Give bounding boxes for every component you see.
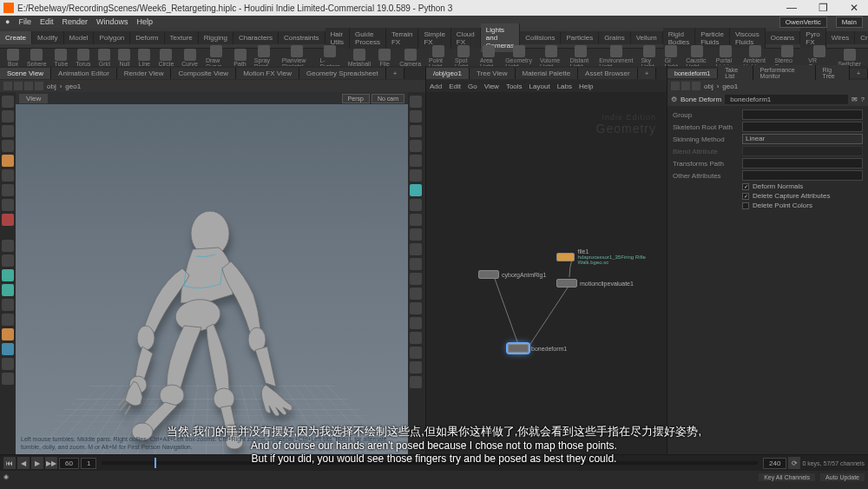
shelf-tab[interactable]: Polygon [94, 31, 130, 44]
tool-g[interactable] [2, 358, 14, 370]
path-geo[interactable]: geo1 [722, 83, 738, 90]
net-add[interactable]: Add [430, 83, 442, 90]
display-opt[interactable] [410, 155, 422, 167]
checkbox-delcapture[interactable]: ✓ [742, 193, 749, 200]
display-opt[interactable] [410, 125, 422, 137]
tab-add[interactable]: + [638, 68, 657, 79]
shelf-tab[interactable]: Characters [233, 31, 279, 44]
shelf-tab[interactable]: Rigging [199, 31, 233, 44]
field-transforms[interactable] [742, 158, 863, 169]
net-go[interactable]: Go [468, 83, 477, 90]
checkbox-deformnormals[interactable]: ✓ [742, 183, 749, 190]
display-opt[interactable] [410, 243, 422, 255]
tool-h[interactable] [2, 373, 14, 385]
net-view[interactable]: View [484, 83, 499, 90]
node-motionclip[interactable]: motionclipevaluate1 [556, 279, 634, 287]
scale-tool[interactable] [2, 140, 14, 152]
display-opt[interactable] [410, 302, 422, 314]
display-opt[interactable] [410, 258, 422, 270]
tool-metaball[interactable]: Metaball [345, 48, 374, 68]
timeline-slider[interactable] [102, 461, 758, 465]
end-field[interactable]: 240 [763, 458, 786, 469]
tab-netview[interactable]: /obj/geo1 [426, 68, 470, 79]
tool-box[interactable]: Box [3, 48, 23, 68]
tab-animeditor[interactable]: Animation Editor [51, 68, 117, 79]
shelf-tab[interactable]: Oceans [766, 31, 801, 44]
tab-matpalette[interactable]: Material Palette [516, 68, 579, 79]
tab-add[interactable]: + [850, 69, 868, 78]
tab-renderview[interactable]: Render View [117, 68, 172, 79]
tool-torus[interactable]: Torus [72, 48, 94, 68]
rotate-tool[interactable] [2, 125, 14, 137]
display-opt[interactable] [410, 376, 422, 388]
net-edit[interactable]: Edit [449, 83, 461, 90]
tool-sphere[interactable]: Sphere [23, 48, 50, 68]
checkbox-delpointcolors[interactable] [742, 202, 749, 209]
shelf-tab[interactable]: Grains [599, 31, 631, 44]
tab-compview[interactable]: Composite View [171, 68, 236, 79]
param-btn[interactable]: ? [861, 96, 865, 103]
display-opt[interactable] [410, 347, 422, 359]
tool-camera[interactable]: Camera [396, 48, 424, 68]
display-opt[interactable] [410, 199, 422, 211]
select-skinmethod[interactable]: Linear [742, 134, 863, 144]
node-cyborgrig[interactable]: cyborgAnimRig1 [478, 270, 546, 279]
network-view[interactable]: Indie Edition Geometry cyborgAnimRig1 fi… [426, 92, 667, 454]
path-obj[interactable]: obj [704, 83, 713, 90]
tool-d[interactable] [2, 314, 14, 326]
shelf-tab[interactable]: Particles [561, 31, 599, 44]
field-skelroot[interactable] [742, 122, 863, 132]
tool-c[interactable] [2, 299, 14, 311]
path-obj[interactable]: obj [47, 83, 56, 90]
field-otherattr[interactable] [742, 170, 863, 181]
node-file1[interactable]: file1 hdaprocessor1_35Firing Rifle Walk.… [556, 248, 667, 265]
lasso-tool[interactable] [2, 184, 14, 196]
field-group[interactable] [742, 109, 863, 120]
tab-assetbrowser[interactable]: Asset Browser [578, 68, 638, 79]
tab-takelist[interactable]: Take List [718, 65, 753, 81]
tab-perfmon[interactable]: Performance Monitor [753, 65, 816, 81]
shelf-tab[interactable]: Model [64, 31, 95, 44]
display-opt[interactable] [410, 140, 422, 152]
display-opt[interactable] [410, 184, 422, 196]
tab-sceneview[interactable]: Scene View [0, 68, 51, 79]
tool-e[interactable] [2, 328, 14, 340]
tool-grid[interactable]: Grid [95, 48, 114, 68]
param-btn[interactable]: ✉ [852, 96, 858, 103]
close-button[interactable]: ✕ [844, 2, 865, 14]
display-opt[interactable] [410, 110, 422, 122]
tool-line[interactable]: Line [135, 48, 154, 68]
gear-icon[interactable]: ⚙ [671, 96, 677, 103]
tool-null[interactable]: Null [115, 48, 134, 68]
tool-path[interactable]: Path [230, 48, 249, 68]
snap-tool[interactable] [2, 240, 14, 252]
tool-f[interactable] [2, 343, 14, 355]
shelf-tab[interactable]: Guide Process [350, 28, 386, 49]
desktop-dropdown[interactable]: Main [836, 17, 863, 28]
menu-file[interactable]: File [18, 17, 31, 26]
display-opt[interactable] [410, 169, 422, 182]
persp-button[interactable]: Persp [342, 94, 370, 103]
global-anim-toggle[interactable]: ◉ [3, 473, 9, 480]
view-label[interactable]: View [19, 94, 48, 103]
tool-tube[interactable]: Tube [51, 48, 72, 68]
shelf-tab[interactable]: Vellum [631, 31, 663, 44]
maximize-button[interactable]: ❐ [812, 2, 833, 14]
tab-motionfx[interactable]: Motion FX View [236, 68, 299, 79]
node-name-field[interactable]: bonedeform1 [725, 95, 847, 104]
tab-add[interactable]: + [386, 68, 405, 79]
menu-help[interactable]: Help [137, 17, 154, 26]
net-layout[interactable]: Layout [529, 83, 550, 90]
shelf-tab[interactable]: Create [0, 31, 32, 44]
display-opt[interactable] [410, 287, 422, 300]
viewport[interactable]: View Persp No cam [16, 92, 408, 454]
nav-buttons[interactable] [3, 82, 43, 90]
shelf-tab[interactable]: Crowds [855, 31, 868, 44]
tool-circle[interactable]: Circle [155, 48, 177, 68]
camera-button[interactable]: No cam [372, 94, 404, 103]
menu-render[interactable]: Render [62, 17, 88, 26]
handle-tool[interactable] [2, 155, 14, 167]
keyall-button[interactable]: Key All Channels [759, 473, 815, 481]
view-tool[interactable] [2, 269, 14, 281]
frame-field[interactable]: 60 [59, 458, 79, 469]
